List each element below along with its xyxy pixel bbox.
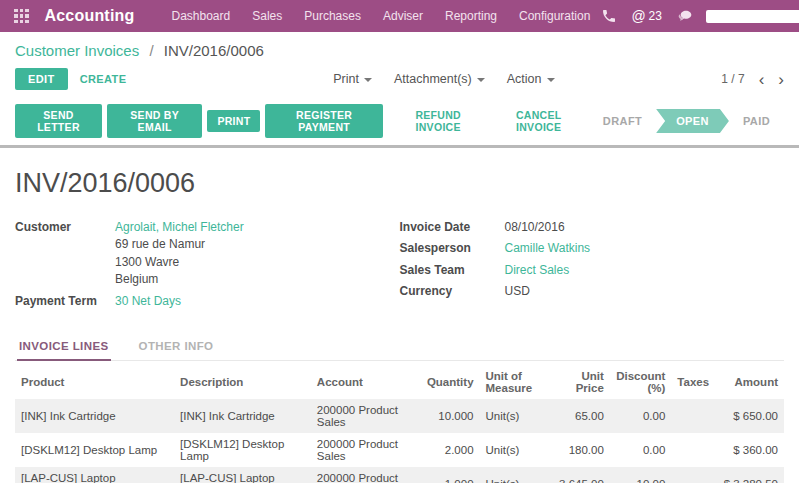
state-open-badge[interactable]: OPEN [656,109,729,133]
table-row[interactable]: [LAP-CUS] Laptop Customized [LAP-CUS] La… [15,467,784,483]
cell-unit-price[interactable]: 65.00 [545,399,610,433]
action-dropdown[interactable]: Action [507,72,555,86]
attachments-dropdown-label: Attachment(s) [394,72,472,86]
invoice-date-label: Invoice Date [400,219,505,236]
tab-invoice-lines[interactable]: INVOICE LINES [17,334,111,361]
cell-discount[interactable]: 10.00 [610,467,672,483]
table-header-row: Product Description Account Quantity Uni… [15,363,784,399]
customer-address-line1: 69 rue de Namur [115,236,244,253]
send-by-email-button[interactable]: SEND BY EMAIL [107,104,202,138]
menu-reporting[interactable]: Reporting [434,0,508,32]
cell-quantity[interactable]: 10.000 [421,399,480,433]
menu-dashboard[interactable]: Dashboard [161,0,242,32]
cell-uom[interactable]: Unit(s) [480,467,545,483]
cell-uom[interactable]: Unit(s) [480,399,545,433]
cell-taxes[interactable] [671,467,715,483]
invoice-sheet: INV/2016/0006 Customer Agrolait, Michel … [0,148,799,483]
pager-prev-icon[interactable]: ‹ [759,71,765,88]
menu-configuration[interactable]: Configuration [508,0,601,32]
menu-purchases[interactable]: Purchases [293,0,372,32]
col-uom: Unit of Measure [480,363,545,399]
control-panel: EDIT CREATE Print Attachment(s) Action 1… [0,61,799,99]
cell-description[interactable]: [INK] Ink Cartridge [174,399,311,433]
payment-term-label: Payment Term [15,293,115,310]
cell-account[interactable]: 200000 Product Sales [311,467,421,483]
state-paid[interactable]: PAID [729,109,784,133]
chat-icon[interactable] [676,8,692,24]
col-taxes: Taxes [671,363,715,399]
cell-product[interactable]: [INK] Ink Cartridge [15,399,174,433]
attachments-dropdown[interactable]: Attachment(s) [394,72,485,86]
sales-team-link[interactable]: Direct Sales [505,262,570,279]
cell-amount[interactable]: $ 360.00 [715,433,784,467]
cell-unit-price[interactable]: 180.00 [545,433,610,467]
cell-account[interactable]: 200000 Product Sales [311,433,421,467]
table-row[interactable]: [DSKLM12] Desktop Lamp [DSKLM12] Desktop… [15,433,784,467]
cell-amount[interactable]: $ 650.00 [715,399,784,433]
pager-count: 1 / 7 [721,72,744,86]
cell-description[interactable]: [LAP-CUS] Laptop Customized [174,467,311,483]
cell-taxes[interactable] [671,399,715,433]
inbox-counter[interactable]: @ 23 [631,8,662,24]
cell-description[interactable]: [DSKLM12] Desktop Lamp [174,433,311,467]
breadcrumb-parent[interactable]: Customer Invoices [15,42,139,59]
col-unit-price: Unit Price [545,363,610,399]
inbox-count: 23 [649,9,662,23]
invoice-date-field: Invoice Date 08/10/2016 [400,219,785,236]
pager-next-icon[interactable]: › [778,71,784,88]
cell-account[interactable]: 200000 Product Sales [311,399,421,433]
create-button[interactable]: CREATE [80,73,127,85]
customer-link[interactable]: Agrolait, Michel Fletcher [115,219,244,236]
invoice-fields: Customer Agrolait, Michel Fletcher 69 ru… [15,219,784,314]
cell-uom[interactable]: Unit(s) [480,433,545,467]
cell-taxes[interactable] [671,433,715,467]
sales-team-field: Sales Team Direct Sales [400,262,785,279]
app-title[interactable]: Accounting [45,7,135,25]
phone-icon[interactable] [601,8,617,24]
table-row[interactable]: [INK] Ink Cartridge [INK] Ink Cartridge … [15,399,784,433]
chevron-down-icon [477,78,485,82]
salesperson-link[interactable]: Camille Watkins [505,240,591,257]
cell-product[interactable]: [DSKLM12] Desktop Lamp [15,433,174,467]
chevron-down-icon [364,78,372,82]
cell-quantity[interactable]: 1.000 [421,467,480,483]
currency-label: Currency [400,283,505,300]
payment-term-field: Payment Term 30 Net Days [15,293,400,310]
top-nav: Accounting Dashboard Sales Purchases Adv… [0,0,799,32]
cell-discount[interactable]: 0.00 [610,433,672,467]
cancel-invoice-button[interactable]: CANCEL INVOICE [488,104,588,138]
tab-other-info[interactable]: OTHER INFO [137,334,216,360]
col-account: Account [311,363,421,399]
at-icon: @ [631,8,645,24]
send-letter-button[interactable]: SEND LETTER [15,104,102,138]
currency-value: USD [505,283,530,300]
refund-invoice-button[interactable]: REFUND INVOICE [388,104,489,138]
nav-right-icons: @ 23 Administrator [601,7,799,25]
cell-product[interactable]: [LAP-CUS] Laptop Customized [15,467,174,483]
cell-amount[interactable]: $ 3,280.50 [715,467,784,483]
cell-discount[interactable]: 0.00 [610,399,672,433]
cell-quantity[interactable]: 2.000 [421,433,480,467]
print-button[interactable]: PRINT [207,110,260,132]
invoice-title: INV/2016/0006 [15,168,784,199]
breadcrumb-current: INV/2016/0006 [164,42,264,59]
state-draft[interactable]: DRAFT [589,109,656,133]
main-menu: Dashboard Sales Purchases Adviser Report… [161,0,602,32]
menu-sales[interactable]: Sales [241,0,293,32]
notebook-tabs: INVOICE LINES OTHER INFO [15,334,784,361]
apps-grid-icon[interactable] [14,9,29,24]
currency-field: Currency USD [400,283,785,300]
sales-team-label: Sales Team [400,262,505,279]
menu-adviser[interactable]: Adviser [372,0,434,32]
edit-button[interactable]: EDIT [15,68,68,90]
customer-address-line3: Belgium [115,271,244,288]
register-payment-button[interactable]: REGISTER PAYMENT [265,104,382,138]
col-discount: Discount (%) [610,363,672,399]
customer-value: Agrolait, Michel Fletcher 69 rue de Namu… [115,219,244,289]
planner-progressbar[interactable] [706,10,799,23]
col-product: Product [15,363,174,399]
payment-term-link[interactable]: 30 Net Days [115,293,181,310]
print-dropdown[interactable]: Print [333,72,372,86]
cell-unit-price[interactable]: 3,645.00 [545,467,610,483]
salesperson-field: Salesperson Camille Watkins [400,240,785,257]
